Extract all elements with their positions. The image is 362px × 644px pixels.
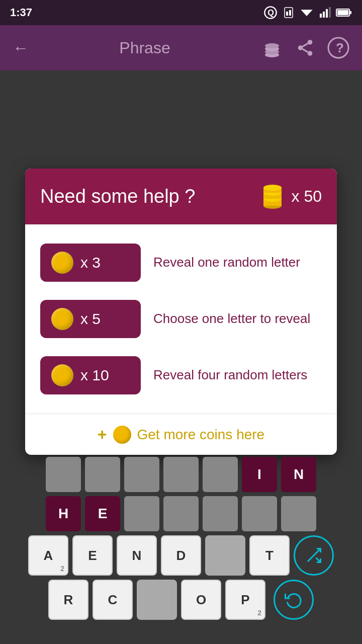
hint-cost-1: x 3: [80, 254, 101, 271]
dialog-coins-icon: [259, 183, 287, 210]
battery-icon: [336, 8, 352, 18]
word-tile-empty-1: [46, 457, 81, 492]
svg-rect-3: [286, 12, 288, 16]
status-icons: Q: [263, 6, 352, 20]
help-dialog: Need some help ? x 50: [25, 169, 337, 455]
svg-rect-4: [289, 10, 291, 16]
key-T[interactable]: T: [249, 535, 290, 576]
word-tile-E: E: [85, 496, 120, 531]
hint-btn-3[interactable]: x 10: [40, 356, 141, 394]
hint-coin-3: [51, 364, 73, 386]
hint-row-1: x 3 Reveal one random letter: [40, 234, 322, 291]
key-empty-1: [205, 535, 245, 576]
svg-line-21: [303, 43, 308, 46]
hint-row-2: x 5 Choose one letter to reveal: [40, 291, 322, 347]
svg-marker-5: [301, 10, 312, 16]
svg-text:Q: Q: [267, 8, 274, 17]
hint-desc-3: Reveal four random letters: [153, 367, 322, 384]
svg-line-20: [303, 49, 308, 52]
get-coins-button[interactable]: + Get more coins here: [25, 414, 337, 455]
hint-cost-3: x 10: [80, 367, 109, 384]
keyboard-row-2: R C O P2: [10, 580, 352, 620]
back-button[interactable]: ←: [13, 39, 29, 57]
svg-rect-9: [329, 7, 331, 18]
dialog-title: Need some help ?: [40, 186, 195, 207]
key-P[interactable]: P2: [225, 580, 265, 620]
hint-desc-2: Choose one letter to reveal: [153, 310, 322, 328]
refresh-button[interactable]: [274, 580, 314, 620]
dialog-body: x 3 Reveal one random letter x 5 Choose …: [25, 224, 337, 414]
svg-rect-7: [323, 12, 325, 18]
svg-rect-11: [337, 10, 348, 15]
game-board: I N H E A2 E N D T: [0, 457, 362, 624]
keyboard-row-1: A2 E N D T: [10, 535, 352, 576]
svg-rect-2: [285, 8, 293, 18]
plus-icon: +: [98, 425, 107, 444]
word-tile-empty-4: [163, 457, 199, 492]
key-O[interactable]: O: [181, 580, 221, 620]
coins-icon[interactable]: [261, 37, 283, 59]
hint-cost-2: x 5: [80, 310, 101, 328]
shuffle-button[interactable]: [294, 535, 334, 576]
svg-point-18: [298, 45, 303, 50]
wifi-icon: [300, 6, 314, 20]
word-tile-empty-8: [203, 496, 238, 531]
word-tile-empty-9: [242, 496, 277, 531]
hint-desc-1: Reveal one random letter: [153, 254, 322, 271]
hint-btn-1[interactable]: x 3: [40, 244, 141, 282]
status-time: 1:37: [10, 6, 32, 19]
q-icon: Q: [263, 6, 278, 20]
svg-rect-12: [350, 11, 351, 14]
signal-icon: [319, 7, 331, 19]
game-area: Need some help ? x 50: [0, 70, 362, 644]
key-N[interactable]: N: [117, 535, 157, 576]
word-tile-empty-10: [281, 496, 316, 531]
hint-coin-2: [51, 308, 73, 330]
key-C[interactable]: C: [93, 580, 133, 620]
word-tile-N: N: [281, 457, 316, 492]
svg-point-17: [308, 40, 313, 45]
key-R[interactable]: R: [48, 580, 88, 620]
key-empty-2: [137, 580, 177, 620]
word-tile-empty-6: [124, 496, 159, 531]
word-display-row: I N: [10, 457, 352, 492]
footer-coin-icon: [113, 426, 131, 444]
top-bar-actions: ?: [261, 37, 349, 59]
key-D[interactable]: D: [161, 535, 201, 576]
top-bar: ← Phrase ?: [0, 25, 362, 70]
coin-count: x 50: [259, 183, 322, 210]
status-bar: 1:37 Q: [0, 0, 362, 25]
svg-point-19: [308, 51, 313, 55]
word-tile-empty-7: [163, 496, 199, 531]
hint-row-3: x 10 Reveal four random letters: [40, 347, 322, 404]
share-icon[interactable]: [296, 38, 315, 57]
hint-btn-2[interactable]: x 5: [40, 300, 141, 338]
hint-coin-1: [51, 252, 73, 274]
page-title: Phrase: [119, 39, 170, 57]
footer-text: Get more coins here: [137, 427, 265, 443]
word-tile-empty-3: [124, 457, 159, 492]
svg-point-16: [265, 43, 279, 48]
key-E[interactable]: E: [72, 535, 113, 576]
key-A[interactable]: A2: [28, 535, 68, 576]
word-tile-empty-2: [85, 457, 120, 492]
dialog-header: Need some help ? x 50: [25, 169, 337, 224]
svg-rect-8: [326, 9, 328, 18]
svg-point-30: [263, 185, 282, 191]
svg-text:?: ?: [336, 40, 344, 55]
word-tile-empty-5: [203, 457, 238, 492]
word-display-row-2: H E: [10, 496, 352, 531]
word-tile-H: H: [46, 496, 81, 531]
help-icon[interactable]: ?: [327, 37, 349, 59]
word-tile-I: I: [242, 457, 277, 492]
svg-rect-6: [320, 14, 322, 18]
sim-icon: [283, 7, 295, 19]
coin-count-text: x 50: [292, 187, 322, 206]
